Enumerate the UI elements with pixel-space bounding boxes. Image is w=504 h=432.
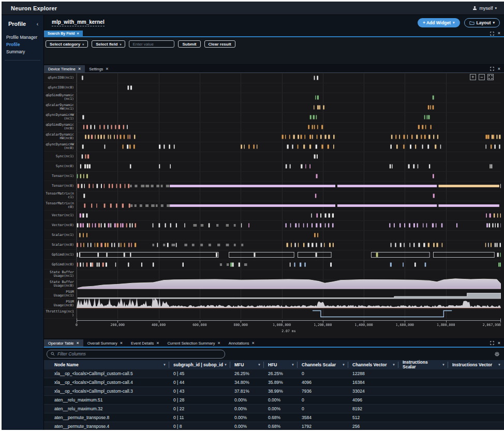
table-cell: 256 <box>348 422 398 430</box>
sidebar-item-summary[interactable]: Summary <box>6 48 43 55</box>
column-header-channels-vector[interactable]: Channels Vector▼ <box>348 360 398 369</box>
table-cell <box>398 369 448 378</box>
sort-icon[interactable]: ▼ <box>291 363 294 367</box>
submit-button[interactable]: Submit <box>178 40 200 48</box>
column-header-instructions-scalar[interactable]: Instructions Scalar▼ <box>398 360 448 369</box>
table-row[interactable]: xla__op_<locals>CallImpl_custom-call.50 … <box>44 369 504 378</box>
sort-icon[interactable]: ▼ <box>342 363 345 367</box>
timeline-row-label: Tensor(nc0) <box>44 181 76 191</box>
timeline-canvas[interactable] <box>77 73 501 332</box>
table-row[interactable]: xla__op_<locals>CallImpl_custom-call.30 … <box>44 387 504 396</box>
user-icon <box>472 6 477 10</box>
column-header-hfu[interactable]: HFU▼ <box>264 360 298 369</box>
close-icon[interactable]: × <box>498 67 500 71</box>
chevron-down-icon: ▾ <box>453 21 455 25</box>
operator-table-panel: Operator Table×Overall Summary×Event Det… <box>44 339 504 430</box>
sort-icon[interactable]: ▼ <box>442 363 445 367</box>
tab-label: Settings <box>89 67 103 71</box>
timeline-row-label: GpSimd(nc0) <box>44 260 76 270</box>
filter-columns-box[interactable] <box>47 350 225 359</box>
tab-annotations[interactable]: Annotations× <box>225 339 259 347</box>
document-tab[interactable]: mlp_with_mm_kernel <box>52 19 105 26</box>
expand-icon[interactable] <box>490 341 494 345</box>
layout-button[interactable]: Layout ▾ <box>464 18 500 27</box>
expand-icon[interactable] <box>490 32 494 36</box>
tab-overall-summary[interactable]: Overall Summary× <box>83 339 127 347</box>
close-icon[interactable]: × <box>78 67 81 71</box>
search-panel-icons: × <box>490 31 504 36</box>
column-header-node-name[interactable]: Node Name▼ <box>44 360 169 369</box>
table-cell: xla__op_<locals>CallImpl_custom-call.5 <box>44 369 169 378</box>
table-cell: 37.81% <box>230 387 264 395</box>
close-icon[interactable]: × <box>120 341 123 346</box>
sort-icon[interactable]: ▼ <box>224 363 227 367</box>
tab-search-by-field[interactable]: Search By Field × <box>44 31 83 36</box>
table-row[interactable]: aten__relu_maximum.510 | 280.00%0.00%040… <box>44 396 504 405</box>
table-cell: 7936 <box>298 387 348 395</box>
search-widget-tabbar: Search By Field × × <box>44 31 504 37</box>
add-widget-button[interactable]: + Add Widget ▾ <box>418 18 460 27</box>
column-header-instructions-vector[interactable]: Instructions Vector▼ <box>448 360 504 369</box>
table-cell: aten__relu_maximum.51 <box>44 396 169 404</box>
column-header-mfu[interactable]: MFU▼ <box>230 360 264 369</box>
timeline-row-label: qSyncDynamicHW(nc0) <box>44 142 76 152</box>
table-cell: 0 | 8 <box>169 422 230 430</box>
sort-icon[interactable]: ▼ <box>498 363 501 367</box>
sidebar-item-profile-manager[interactable]: Profile Manager <box>6 34 43 41</box>
table-cell: 35.89% <box>264 378 298 386</box>
column-header-channels-scalar[interactable]: Channels Scalar▼ <box>298 360 348 369</box>
sidebar-divider <box>5 60 40 61</box>
column-label: subgraph_id | subop_id <box>173 363 223 367</box>
timeline-zoom-controls: + − <box>470 74 494 80</box>
timeline-row-label: qSyncIO0(nc1) <box>44 73 76 83</box>
sort-icon[interactable]: ▼ <box>163 363 166 367</box>
search-value-input[interactable] <box>129 40 174 48</box>
table-row[interactable]: aten__permute_transpose.40 | 80.00%0.68%… <box>44 422 504 430</box>
timeline-chart[interactable]: qSyncIO0(nc1)qSyncIO0(nc0)qGpSimdDynamic… <box>44 73 504 338</box>
tab-operator-table[interactable]: Operator Table× <box>44 339 83 347</box>
close-icon[interactable]: × <box>218 341 220 346</box>
timeline-tabbar: Device Timeline×Settings×× <box>44 65 504 73</box>
timeline-row-label: qGpSimdDynamic(nc1) <box>44 93 76 102</box>
table-cell: 0 <box>298 396 348 404</box>
app-title: Neuron Explorer <box>11 5 57 11</box>
close-icon[interactable]: × <box>77 32 79 35</box>
chevron-down-icon: ▾ <box>495 6 497 10</box>
table-row[interactable]: aten__permute_transpose.80 | 110.00%0.68… <box>44 413 504 422</box>
table-cell <box>448 378 504 386</box>
table-filter-row <box>44 348 504 360</box>
table-row[interactable]: xla__op_<locals>CallImpl_custom-call.40 … <box>44 378 504 387</box>
close-icon[interactable]: × <box>498 341 500 346</box>
zoom-in-button[interactable]: + <box>470 74 476 80</box>
close-icon[interactable]: × <box>156 341 159 346</box>
sidebar-collapse-icon[interactable]: ‹ <box>37 21 38 27</box>
clear-result-button[interactable]: Clear result <box>204 40 235 48</box>
expand-icon[interactable] <box>490 67 494 71</box>
zoom-fit-button[interactable] <box>487 74 494 80</box>
tab-device-timeline[interactable]: Device Timeline× <box>44 65 85 72</box>
filter-columns-input[interactable] <box>57 351 221 356</box>
timeline-row-label: PSUM Usage(nc1) <box>44 289 76 299</box>
select-field-button[interactable]: Select field▾ <box>92 40 125 48</box>
table-cell: 34.80% <box>230 378 264 386</box>
sidebar-item-profile[interactable]: Profile <box>6 41 43 48</box>
zoom-out-button[interactable]: − <box>479 74 485 80</box>
table-cell: 16384 <box>348 378 398 386</box>
table-row[interactable]: aten__relu_maximum.320 | 220.00%0.00%081… <box>44 405 504 413</box>
column-header-subgraph-id-subop-id[interactable]: subgraph_id | subop_id▼ <box>169 360 230 369</box>
tab-current-selection-summary[interactable]: Current Selection Summary× <box>163 339 224 347</box>
column-label: Channels Scalar <box>302 363 336 367</box>
close-icon[interactable]: × <box>106 67 108 71</box>
close-icon[interactable]: × <box>76 341 79 346</box>
select-category-button[interactable]: Select category▾ <box>46 40 88 48</box>
sort-icon[interactable]: ▼ <box>258 363 261 367</box>
tab-settings[interactable]: Settings× <box>85 65 112 72</box>
close-icon[interactable]: × <box>498 31 500 36</box>
sort-icon[interactable]: ▼ <box>392 363 395 367</box>
user-menu[interactable]: myself ▾ <box>472 6 497 11</box>
tab-event-details[interactable]: Event Details× <box>127 339 163 347</box>
clear-result-label: Clear result <box>209 42 231 47</box>
table-cell: 26.25% <box>230 369 264 378</box>
close-icon[interactable]: × <box>251 341 254 346</box>
gear-icon[interactable] <box>494 351 500 357</box>
